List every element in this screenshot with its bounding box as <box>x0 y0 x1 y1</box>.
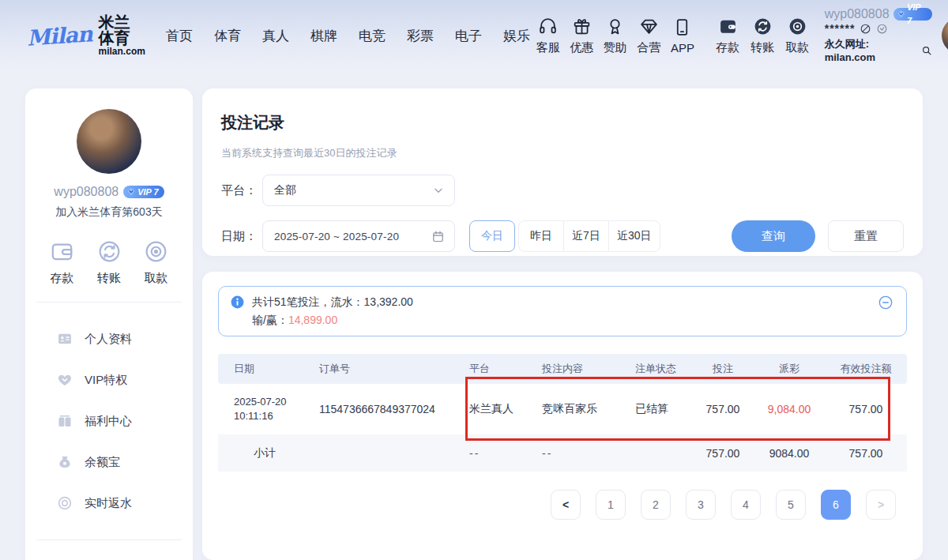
chevron-down-icon <box>432 184 445 197</box>
withdraw-link[interactable]: 取款 <box>781 17 814 55</box>
gift-icon <box>572 17 592 36</box>
wallet-icon <box>718 17 738 36</box>
nav-sports[interactable]: 体育 <box>214 27 241 45</box>
date-range-input[interactable]: 2025-07-20 ~ 2025-07-20 <box>262 220 455 252</box>
sidebar-quick-actions: 存款 转账 取款 <box>25 239 193 286</box>
cell-order-number: 1154736667849377024 <box>303 403 453 415</box>
deposit-link[interactable]: 存款 <box>712 17 744 55</box>
pagination-page-2[interactable]: 2 <box>641 490 671 520</box>
masked-balance: ****** <box>825 22 856 36</box>
refresh-balance-icon[interactable] <box>876 23 888 35</box>
nav-home[interactable]: 首页 <box>166 27 193 45</box>
collapse-minus-icon[interactable] <box>878 294 893 310</box>
logo-cn-text: 米兰体育 <box>99 14 145 46</box>
pagination-prev-button[interactable]: < <box>551 490 581 520</box>
sponsorship-link[interactable]: 赞助 <box>600 17 631 55</box>
withdraw-action[interactable]: 取款 <box>143 239 169 286</box>
date-range-value: 2025-07-20 ~ 2025-07-20 <box>274 231 431 242</box>
nav-lottery[interactable]: 彩票 <box>407 27 434 45</box>
pagination-page-4[interactable]: 4 <box>731 490 761 520</box>
sidebar-menu: 个人资料 VIP特权 福利中心 <box>25 318 193 524</box>
quick-date-7days[interactable]: 近7日 <box>563 220 609 252</box>
sidebar-item-yuebao[interactable]: 余额宝 <box>25 442 193 483</box>
subtotal-platform: -- <box>453 447 526 460</box>
date-label: 日期： <box>221 229 262 244</box>
vip-badge: VIP 7 <box>123 186 164 198</box>
subtotal-bet: 757.00 <box>692 447 754 460</box>
cell-payout: 9,084.00 <box>754 403 825 415</box>
quick-date-30days[interactable]: 近30日 <box>608 220 660 252</box>
info-icon <box>230 294 245 310</box>
nav-esports[interactable]: 电竞 <box>359 27 386 45</box>
cell-date: 2025-07-20 10:11:16 <box>218 395 303 423</box>
divider <box>36 539 182 540</box>
top-header: Milan 米兰体育 milan.com 首页 体育 真人 棋牌 电竞 彩票 电… <box>0 0 948 71</box>
transfer-link[interactable]: 转账 <box>747 17 779 55</box>
vip-diamond-icon <box>897 9 905 19</box>
deposit-action[interactable]: 存款 <box>49 239 75 286</box>
page-title: 投注记录 <box>221 112 904 133</box>
app-download-link[interactable]: APP <box>667 17 698 54</box>
transfer-action[interactable]: 转账 <box>96 239 122 286</box>
withdraw-icon <box>143 239 169 265</box>
magnifier-icon[interactable] <box>921 45 932 56</box>
username: wyp080808 <box>54 185 118 199</box>
profile-sidebar: wyp080808 VIP 7 加入米兰体育第603天 存款 <box>25 88 193 560</box>
vip-heart-icon <box>57 372 73 388</box>
sidebar-item-profile[interactable]: 个人资料 <box>25 318 193 359</box>
sidebar-item-rebate[interactable]: 实时返水 <box>25 483 193 524</box>
winloss-value: 14,899.00 <box>288 314 337 326</box>
sidebar-item-vip[interactable]: VIP特权 <box>25 359 193 400</box>
pagination-page-3[interactable]: 3 <box>686 490 716 520</box>
quick-date-buttons: 今日 昨日 近7日 近30日 <box>469 220 660 252</box>
header-right: 客服 优惠 赞助 合营 <box>530 7 948 64</box>
gem-icon <box>639 17 659 36</box>
cell-platform: 米兰真人 <box>453 402 526 416</box>
nav-slots[interactable]: 电子 <box>455 27 482 45</box>
summary-box: 共计51笔投注，流水：13,392.00 输/赢：14,899.00 <box>218 286 907 336</box>
withdraw-icon <box>788 17 807 36</box>
summary-winloss-text: 输/赢：14,899.00 <box>252 312 878 329</box>
subtotal-content: -- <box>526 447 619 460</box>
quick-date-yesterday[interactable]: 昨日 <box>518 220 564 252</box>
nav-live[interactable]: 真人 <box>262 27 289 45</box>
pagination-page-1[interactable]: 1 <box>596 490 626 520</box>
sidebar-item-benefits[interactable]: 福利中心 <box>25 400 193 442</box>
platform-select[interactable]: 全部 <box>262 175 455 206</box>
cell-status: 已结算 <box>619 402 692 416</box>
subtotal-payout: 9084.00 <box>754 447 825 460</box>
transfer-icon <box>96 239 122 265</box>
pagination-page-5[interactable]: 5 <box>776 490 806 520</box>
page-subtitle: 当前系统支持查询最近30日的投注记录 <box>221 146 904 160</box>
money-bag-icon <box>57 454 73 470</box>
pagination-page-6[interactable]: 6 <box>821 490 851 520</box>
wallet-icon <box>49 239 75 265</box>
table-row: 2025-07-20 10:11:16 1154736667849377024 … <box>218 384 907 434</box>
cell-valid-amount: 757.00 <box>825 403 907 415</box>
calendar-icon <box>431 230 445 243</box>
coin-icon <box>57 495 73 511</box>
vip-badge: VIP 7 <box>893 8 932 21</box>
sidebar-item-my-wallet[interactable]: 我的钱包 <box>25 556 193 560</box>
quick-date-today[interactable]: 今日 <box>469 220 515 252</box>
eye-off-icon[interactable] <box>860 23 871 35</box>
summary-total-text: 共计51笔投注，流水：13,392.00 <box>252 294 878 310</box>
medal-icon <box>605 17 625 36</box>
customer-service-link[interactable]: 客服 <box>532 17 564 55</box>
search-button[interactable]: 查询 <box>732 220 815 252</box>
avatar[interactable] <box>77 109 141 174</box>
reset-button[interactable]: 重置 <box>828 220 904 252</box>
subtotal-row: 小计 -- -- 757.00 9084.00 757.00 <box>218 434 907 472</box>
subtotal-label: 小计 <box>218 446 303 460</box>
nav-cards[interactable]: 棋牌 <box>310 27 337 45</box>
promotions-link[interactable]: 优惠 <box>566 17 597 55</box>
avatar[interactable] <box>942 17 948 54</box>
cell-bet-content: 竞咪百家乐 <box>526 402 619 416</box>
nav-entertainment[interactable]: 娱乐 <box>503 27 530 45</box>
cell-bet-amount: 757.00 <box>692 403 754 415</box>
partnership-link[interactable]: 合营 <box>634 17 665 55</box>
platform-select-value: 全部 <box>274 183 432 197</box>
site-logo[interactable]: Milan 米兰体育 milan.com <box>27 14 145 57</box>
pagination-next-button[interactable]: > <box>866 490 896 520</box>
user-info: wyp080808 VIP 7 ****** <box>825 7 932 64</box>
